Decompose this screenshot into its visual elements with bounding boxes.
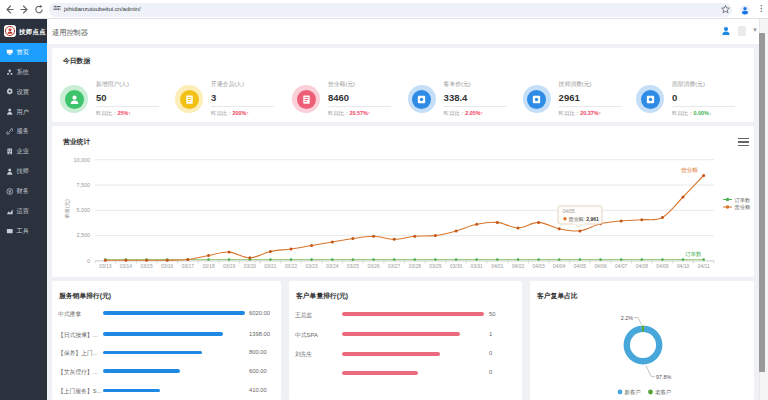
svg-text:03/17: 03/17 bbox=[182, 264, 195, 269]
svg-text:订单数: 订单数 bbox=[735, 197, 751, 203]
svg-text:03/27: 03/27 bbox=[388, 264, 401, 269]
svg-text:04/07: 04/07 bbox=[615, 264, 628, 269]
svg-text:04/05: 04/05 bbox=[563, 209, 576, 214]
svg-text:老客户: 老客户 bbox=[655, 389, 671, 396]
svg-text:03/26: 03/26 bbox=[367, 264, 380, 269]
svg-text:营业额: 2,961: 营业额: 2,961 bbox=[569, 216, 600, 223]
svg-text:03/21: 03/21 bbox=[264, 264, 277, 269]
svg-text:订单数: 订单数 bbox=[685, 251, 702, 257]
svg-text:04/06: 04/06 bbox=[594, 264, 607, 269]
svg-text:03/18: 03/18 bbox=[202, 264, 215, 269]
svg-text:5,000: 5,000 bbox=[77, 207, 91, 213]
svg-text:2,500: 2,500 bbox=[77, 232, 91, 238]
svg-text:03/29: 03/29 bbox=[429, 264, 442, 269]
svg-text:03/13: 03/13 bbox=[99, 264, 112, 269]
svg-text:04/09: 04/09 bbox=[656, 264, 669, 269]
svg-text:03/31: 03/31 bbox=[471, 264, 484, 269]
svg-text:03/25: 03/25 bbox=[347, 264, 360, 269]
svg-text:03/28: 03/28 bbox=[409, 264, 422, 269]
svg-text:03/14: 03/14 bbox=[120, 264, 133, 269]
svg-text:04/02: 04/02 bbox=[512, 264, 525, 269]
svg-text:03/15: 03/15 bbox=[140, 264, 153, 269]
svg-text:04/04: 04/04 bbox=[553, 264, 566, 269]
svg-text:0: 0 bbox=[87, 258, 90, 264]
svg-text:04/10: 04/10 bbox=[677, 264, 690, 269]
svg-text:04/03: 04/03 bbox=[532, 264, 545, 269]
svg-text:03/16: 03/16 bbox=[161, 264, 174, 269]
svg-text:新客户: 新客户 bbox=[625, 389, 641, 396]
svg-text:03/22: 03/22 bbox=[285, 264, 298, 269]
svg-text:97.8%: 97.8% bbox=[656, 374, 671, 380]
svg-text:营业额: 营业额 bbox=[681, 167, 698, 174]
svg-text:7,500: 7,500 bbox=[77, 182, 91, 188]
svg-text:03/24: 03/24 bbox=[326, 264, 339, 269]
svg-text:10,000: 10,000 bbox=[74, 157, 91, 163]
svg-text:03/20: 03/20 bbox=[244, 264, 257, 269]
svg-text:03/19: 03/19 bbox=[223, 264, 236, 269]
svg-text:04/05: 04/05 bbox=[574, 264, 587, 269]
svg-text:04/11: 04/11 bbox=[698, 264, 710, 269]
svg-text:03/30: 03/30 bbox=[450, 264, 463, 269]
svg-text:04/01: 04/01 bbox=[491, 264, 504, 269]
svg-text:单量(元): 单量(元) bbox=[64, 199, 70, 219]
svg-text:03/23: 03/23 bbox=[305, 264, 318, 269]
svg-text:04/08: 04/08 bbox=[636, 264, 649, 269]
svg-text:营业额: 营业额 bbox=[735, 204, 751, 211]
svg-text:2.2%: 2.2% bbox=[621, 315, 633, 321]
